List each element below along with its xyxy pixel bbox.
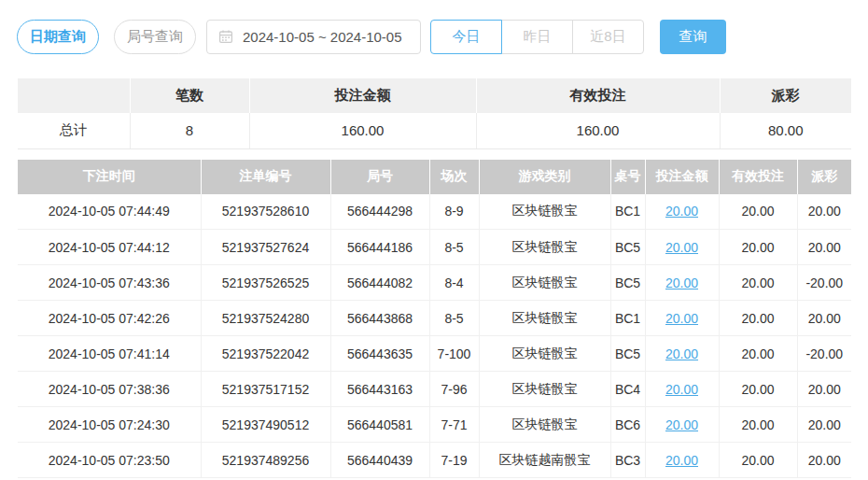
summary-header-row: 笔数 投注金额 有效投注 派彩 <box>18 78 851 113</box>
cell-game-type: 区块链骰宝 <box>479 407 610 443</box>
table-row: 2024-10-05 07:43:36 521937526525 5664440… <box>18 265 851 301</box>
cell-game-type: 区块链骰宝 <box>479 265 610 301</box>
cell-game-type: 区块链骰宝 <box>479 301 610 336</box>
round-query-button[interactable]: 局号查询 <box>114 20 196 54</box>
cell-bet-no: 521937527624 <box>201 230 330 265</box>
header-payout: 派彩 <box>797 160 851 194</box>
cell-table-no: BC1 <box>610 301 645 336</box>
cell-round-no: 566444298 <box>330 194 429 230</box>
cell-bet-no: 521937489256 <box>201 443 330 478</box>
table-row: 2024-10-05 07:23:50 521937489256 5664404… <box>18 443 851 478</box>
cell-payout: -20.00 <box>797 265 851 301</box>
bet-amount-link[interactable]: 20.00 <box>665 204 698 219</box>
cell-payout: 20.00 <box>797 372 851 407</box>
cell-payout: 20.00 <box>797 230 851 265</box>
cell-table-no: BC5 <box>610 230 645 265</box>
cell-valid-bet: 20.00 <box>719 443 797 478</box>
table-row: 2024-10-05 07:42:26 521937524280 5664438… <box>18 301 851 336</box>
cell-round-no: 566440581 <box>330 407 429 443</box>
records-table: 下注时间 注单编号 局号 场次 游戏类别 桌号 投注金额 有效投注 派彩 202… <box>18 160 851 479</box>
summary-total-row: 总计 8 160.00 160.00 80.00 <box>18 113 851 148</box>
table-row: 2024-10-05 07:41:14 521937522042 5664436… <box>18 336 851 372</box>
tab-today[interactable]: 今日 <box>430 20 502 54</box>
query-toolbar: 日期查询 局号查询 2024-10-05 ~ 2024-10-05 今日 昨日 … <box>17 19 868 54</box>
header-bet-no: 注单编号 <box>201 160 330 194</box>
cell-bet-time: 2024-10-05 07:44:49 <box>18 194 201 230</box>
cell-bet-time: 2024-10-05 07:24:30 <box>18 407 201 443</box>
cell-valid-bet: 20.00 <box>719 336 797 372</box>
cell-bet-no: 521937528610 <box>201 194 330 230</box>
cell-table-no: BC4 <box>610 372 645 407</box>
cell-valid-bet: 20.00 <box>719 230 797 265</box>
cell-valid-bet: 20.00 <box>719 372 797 407</box>
cell-session: 8-4 <box>429 265 479 301</box>
cell-round-no: 566444082 <box>330 265 429 301</box>
cell-payout: 20.00 <box>797 301 851 336</box>
cell-bet-time: 2024-10-05 07:42:26 <box>18 301 201 336</box>
summary-header-valid-bet: 有效投注 <box>476 78 720 113</box>
calendar-icon <box>218 29 233 44</box>
tab-last-8-days[interactable]: 近8日 <box>572 20 644 54</box>
cell-round-no: 566444186 <box>330 230 429 265</box>
cell-valid-bet: 20.00 <box>719 194 797 230</box>
cell-payout: -20.00 <box>797 336 851 372</box>
header-session: 场次 <box>429 160 479 194</box>
date-range-input[interactable]: 2024-10-05 ~ 2024-10-05 <box>206 20 421 54</box>
table-row: 2024-10-05 07:44:12 521937527624 5664441… <box>18 230 851 265</box>
cell-session: 7-71 <box>429 407 479 443</box>
header-bet-amount: 投注金额 <box>645 160 719 194</box>
bet-amount-link[interactable]: 20.00 <box>665 346 698 361</box>
cell-table-no: BC1 <box>610 194 645 230</box>
cell-round-no: 566443163 <box>330 372 429 407</box>
header-valid-bet: 有效投注 <box>719 160 797 194</box>
cell-session: 8-5 <box>429 301 479 336</box>
cell-bet-time: 2024-10-05 07:41:14 <box>18 336 201 372</box>
bet-amount-link[interactable]: 20.00 <box>665 453 698 468</box>
cell-table-no: BC5 <box>610 265 645 301</box>
cell-round-no: 566440439 <box>330 443 429 478</box>
table-row: 2024-10-05 07:24:30 521937490512 5664405… <box>18 407 851 443</box>
cell-game-type: 区块链骰宝 <box>479 336 610 372</box>
cell-game-type: 区块链骰宝 <box>479 372 610 407</box>
summary-header-blank <box>18 78 130 113</box>
summary-valid-bet-value: 160.00 <box>476 113 720 148</box>
summary-table: 笔数 投注金额 有效投注 派彩 总计 8 160.00 160.00 80.00 <box>18 78 851 149</box>
cell-bet-no: 521937524280 <box>201 301 330 336</box>
cell-table-no: BC6 <box>610 407 645 443</box>
cell-valid-bet: 20.00 <box>719 301 797 336</box>
cell-table-no: BC3 <box>610 443 645 478</box>
tab-yesterday[interactable]: 昨日 <box>501 20 573 54</box>
cell-payout: 20.00 <box>797 407 851 443</box>
cell-bet-time: 2024-10-05 07:23:50 <box>18 443 201 478</box>
header-table-no: 桌号 <box>610 160 645 194</box>
cell-session: 8-5 <box>429 230 479 265</box>
summary-header-bet-amount: 投注金额 <box>249 78 476 113</box>
cell-session: 7-96 <box>429 372 479 407</box>
summary-header-payout: 派彩 <box>720 78 851 113</box>
cell-payout: 20.00 <box>797 443 851 478</box>
cell-valid-bet: 20.00 <box>719 407 797 443</box>
cell-game-type: 区块链骰宝 <box>479 194 610 230</box>
search-button[interactable]: 查询 <box>660 20 726 54</box>
table-row: 2024-10-05 07:38:36 521937517152 5664431… <box>18 372 851 407</box>
cell-session: 8-9 <box>429 194 479 230</box>
bet-amount-link[interactable]: 20.00 <box>665 311 698 326</box>
quick-range-group: 今日 昨日 近8日 <box>430 20 644 54</box>
cell-round-no: 566443635 <box>330 336 429 372</box>
cell-table-no: BC5 <box>610 336 645 372</box>
summary-bet-amount-value: 160.00 <box>249 113 476 148</box>
cell-session: 7-100 <box>429 336 479 372</box>
header-round-no: 局号 <box>330 160 429 194</box>
date-query-button[interactable]: 日期查询 <box>17 20 99 54</box>
cell-bet-time: 2024-10-05 07:44:12 <box>18 230 201 265</box>
bet-amount-link[interactable]: 20.00 <box>665 240 698 255</box>
bet-amount-link[interactable]: 20.00 <box>665 417 698 432</box>
cell-bet-no: 521937490512 <box>201 407 330 443</box>
bet-amount-link[interactable]: 20.00 <box>665 382 698 397</box>
summary-total-label: 总计 <box>18 113 130 148</box>
bet-amount-link[interactable]: 20.00 <box>665 275 698 290</box>
cell-bet-no: 521937517152 <box>201 372 330 407</box>
summary-count-value: 8 <box>130 113 249 148</box>
cell-bet-no: 521937522042 <box>201 336 330 372</box>
table-row: 2024-10-05 07:44:49 521937528610 5664442… <box>18 194 851 230</box>
